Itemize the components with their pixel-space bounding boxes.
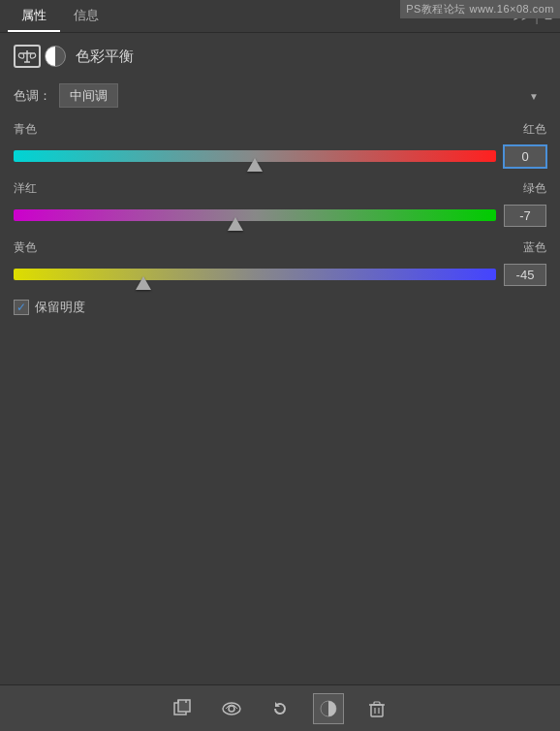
slider-label-left-0: 青色: [14, 121, 37, 138]
preserve-luminosity-row: ✓ 保留明度: [14, 299, 546, 316]
slider-thumb-1[interactable]: [228, 217, 243, 231]
bottom-toolbar: [0, 684, 560, 731]
slider-section-0: 青色 红色: [14, 121, 546, 171]
tone-label: 色调：: [14, 87, 51, 105]
preserve-luminosity-label: 保留明度: [35, 299, 85, 316]
panel-title-icons: [14, 45, 66, 68]
panel-title-text: 色彩平衡: [76, 48, 134, 66]
panel-title-row: 色彩平衡: [14, 45, 546, 68]
slider-label-right-2: 蓝色: [523, 239, 546, 256]
slider-section-1: 洋红 绿色: [14, 180, 546, 230]
slider-value-input-0[interactable]: [504, 145, 546, 168]
visibility-button[interactable]: [216, 693, 247, 724]
slider-value-input-1[interactable]: [504, 205, 546, 227]
adjustment-icon: [45, 46, 66, 67]
slider-label-left-1: 洋红: [14, 180, 37, 197]
svg-point-8: [229, 706, 234, 712]
tone-select[interactable]: 阴影 中间调 高光: [59, 83, 118, 108]
slider-label-right-0: 红色: [523, 121, 546, 138]
watermark: PS教程论坛 www.16×08.com: [400, 0, 560, 18]
slider-label-left-2: 黄色: [14, 239, 37, 256]
view-button[interactable]: [313, 693, 344, 724]
slider-value-input-2[interactable]: [504, 264, 546, 286]
preserve-luminosity-checkbox[interactable]: ✓: [14, 300, 29, 315]
slider-thumb-0[interactable]: [247, 158, 263, 172]
slider-section-2: 黄色 蓝色: [14, 239, 546, 289]
slider-track-1[interactable]: [14, 201, 496, 230]
slider-track-0[interactable]: [14, 142, 496, 171]
balance-icon: [14, 45, 41, 68]
reset-button[interactable]: [264, 693, 296, 724]
slider-track-2[interactable]: [14, 260, 496, 289]
tab-properties[interactable]: 属性: [8, 1, 60, 32]
tone-row: 色调： 阴影 中间调 高光: [14, 83, 546, 108]
sliders-container: 青色 红色 洋红 绿色 黄色 蓝色: [14, 121, 546, 289]
svg-rect-13: [374, 702, 380, 705]
tab-info[interactable]: 信息: [60, 1, 112, 32]
svg-rect-4: [178, 700, 190, 712]
slider-thumb-2[interactable]: [136, 276, 151, 290]
slider-label-right-1: 绿色: [523, 180, 546, 197]
tone-select-wrapper[interactable]: 阴影 中间调 高光: [59, 83, 546, 108]
panel: 色彩平衡 色调： 阴影 中间调 高光 青色 红色 洋红 绿色 黄色 蓝色 ✓ 保…: [0, 33, 560, 330]
layer-comp-button[interactable]: [168, 693, 199, 724]
delete-button[interactable]: [361, 693, 392, 724]
svg-rect-11: [371, 705, 383, 716]
